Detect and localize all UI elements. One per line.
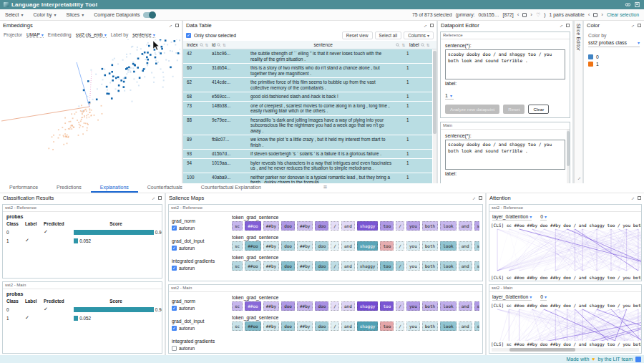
token-chip: you bbox=[406, 321, 420, 331]
clear-selection-link[interactable]: Clear selection bbox=[607, 12, 639, 17]
token-chip: both bbox=[422, 261, 438, 271]
slice-editor-collapsed-tab[interactable]: Slice Editor ↔ bbox=[574, 21, 582, 183]
autorun-checkbox[interactable]: ✓ bbox=[172, 306, 177, 311]
lit-logo-icon bbox=[4, 2, 9, 7]
labelby-select[interactable]: sentence▾ bbox=[132, 32, 155, 38]
maximize-icon[interactable] bbox=[175, 24, 179, 27]
col-label: Label bbox=[25, 299, 44, 304]
popout-icon[interactable]: ↔ bbox=[421, 22, 429, 29]
table-row[interactable]: 68e569cc...good old-fashioned slash-and-… bbox=[183, 92, 432, 102]
popout-icon[interactable]: ↔ bbox=[557, 22, 565, 29]
table-scrollbar[interactable] bbox=[433, 49, 436, 183]
reset-button[interactable]: Reset bbox=[503, 105, 525, 114]
sentence-input[interactable]: scooby dooby doo / and shaggy too / you … bbox=[445, 49, 565, 79]
table-row[interactable]: 10040aba9...neither parker nor donovan i… bbox=[183, 173, 432, 184]
embeddings-scatter[interactable] bbox=[0, 39, 182, 183]
layer-select[interactable]: layer_0/attention▾ bbox=[492, 294, 532, 301]
search-icon[interactable] bbox=[200, 43, 204, 47]
projector-select[interactable]: UMAP▾ bbox=[26, 32, 44, 38]
color-by-label: Color by bbox=[588, 33, 640, 38]
tab-counterfactuals[interactable]: Counterfactuals bbox=[138, 183, 192, 193]
color-by-select[interactable]: sst2 probas class ▾ bbox=[588, 40, 640, 47]
sentence-input[interactable]: scooby dooby doo / and shaggy too / you … bbox=[445, 140, 565, 170]
maximize-icon[interactable] bbox=[479, 196, 482, 200]
prev-pair-button[interactable]: ‹ bbox=[588, 13, 590, 17]
prev-datapoint-button[interactable]: ‹ bbox=[517, 13, 519, 17]
columns-button[interactable]: Columns▾ bbox=[404, 32, 434, 39]
compare-datapoints-toggle[interactable]: Compare Datapoints bbox=[94, 12, 155, 18]
select-all-button[interactable]: Select all bbox=[375, 32, 402, 39]
drag-handle-icon[interactable]: ≡ bbox=[323, 183, 327, 190]
table-row[interactable]: 941019aa...byler reveals his characters … bbox=[183, 159, 432, 173]
link-icon[interactable] bbox=[625, 1, 631, 8]
table-row[interactable]: 89fb8c07...we know the plot 's a little … bbox=[183, 135, 432, 150]
popout-icon[interactable]: ↔ bbox=[629, 22, 636, 29]
autorun-checkbox[interactable] bbox=[172, 346, 177, 351]
popout-icon[interactable]: ↔ bbox=[150, 195, 157, 202]
table-row[interactable]: 6031db54...this is a story of two misfit… bbox=[183, 64, 432, 78]
table-row[interactable]: 93d15b7d...if steven soderbergh 's ` sol… bbox=[183, 150, 432, 159]
favorite-icon[interactable]: ♡ bbox=[536, 12, 540, 18]
editor-scrollbar[interactable] bbox=[567, 130, 570, 183]
only-show-selected-checkbox[interactable]: ✓ bbox=[186, 33, 191, 38]
clear-button[interactable]: Clear bbox=[528, 105, 549, 114]
token-chip: sc bbox=[232, 321, 243, 331]
docs-icon[interactable] bbox=[634, 1, 640, 8]
search-icon[interactable] bbox=[421, 43, 425, 47]
search-icon[interactable] bbox=[396, 43, 400, 47]
label-select[interactable]: 1▾ bbox=[445, 93, 454, 100]
popout-icon[interactable]: ↔ bbox=[470, 195, 477, 202]
attention-section: sst2 - Referencelayer_0/attention▾0▾[CLS… bbox=[489, 204, 642, 281]
cell-id: 9e79ee... bbox=[212, 117, 250, 134]
table-row[interactable]: 73148b38...one of creepiest , scariest m… bbox=[183, 102, 432, 116]
autorun-checkbox[interactable]: ✓ bbox=[172, 226, 177, 231]
maximize-icon[interactable] bbox=[638, 196, 641, 200]
maximize-icon[interactable] bbox=[158, 196, 162, 200]
select-menu[interactable]: Select▾ bbox=[5, 12, 23, 17]
next-pair-button[interactable]: › bbox=[601, 13, 603, 17]
tab-predictions[interactable]: Predictions bbox=[47, 183, 91, 193]
analyze-new-datapoint-button[interactable]: Analyze new datapoint bbox=[445, 105, 499, 114]
column-header-sentence[interactable]: sentence bbox=[314, 42, 333, 47]
color-by-menu[interactable]: Color by▾ bbox=[33, 12, 56, 17]
embedding-select[interactable]: sst2:cls_emb▾ bbox=[76, 32, 107, 38]
tab-performance[interactable]: Performance bbox=[0, 183, 47, 193]
reset-view-button[interactable]: Reset view bbox=[342, 32, 373, 39]
table-row[interactable]: 889e79ee...fresnadillo 's dark and jolti… bbox=[183, 116, 432, 136]
autorun-checkbox[interactable]: ✓ bbox=[172, 266, 177, 271]
head-select[interactable]: 0▾ bbox=[540, 294, 547, 301]
search-icon[interactable] bbox=[217, 43, 221, 47]
classification-row: 1✓0.052 bbox=[6, 236, 158, 245]
data-table-title: Data Table bbox=[186, 22, 212, 29]
popout-icon[interactable]: ↔ bbox=[629, 195, 636, 202]
resize-icon[interactable]: ↔ bbox=[575, 175, 582, 182]
sort-icon[interactable]: ⇅ bbox=[205, 43, 209, 47]
attention-h-scrollbar[interactable] bbox=[492, 348, 639, 352]
autorun-checkbox[interactable]: ✓ bbox=[172, 246, 177, 251]
maximize-icon[interactable] bbox=[638, 24, 641, 27]
column-header-index[interactable]: index bbox=[187, 42, 198, 47]
autorun-checkbox[interactable]: ✓ bbox=[172, 326, 177, 331]
token-chip: sc bbox=[232, 241, 243, 251]
method-name: integrated gradients bbox=[172, 339, 232, 344]
token-chip: ##by bbox=[263, 261, 279, 271]
slices-menu[interactable]: Slices▾ bbox=[67, 12, 84, 17]
tab-counterfactual-explanation[interactable]: Counterfactual Explanation bbox=[192, 183, 270, 193]
score-value: 0.052 bbox=[79, 316, 91, 321]
column-header-label[interactable]: label bbox=[409, 42, 419, 47]
sort-icon[interactable]: ⇅ bbox=[223, 43, 226, 47]
class-value: 0 bbox=[6, 230, 25, 235]
column-header-id[interactable]: id bbox=[212, 42, 215, 47]
next-datapoint-button[interactable]: › bbox=[530, 13, 532, 17]
popout-icon[interactable]: ↔ bbox=[167, 22, 174, 29]
maximize-icon[interactable] bbox=[566, 24, 570, 27]
head-select[interactable]: 0▾ bbox=[540, 214, 547, 221]
toggle-on-icon[interactable] bbox=[143, 12, 155, 18]
maximize-icon[interactable] bbox=[430, 24, 434, 27]
tab-explanations[interactable]: Explanations bbox=[91, 183, 138, 193]
layer-select[interactable]: layer_0/attention▾ bbox=[492, 214, 532, 221]
cell-id: 414cde... bbox=[212, 79, 250, 90]
table-row[interactable]: 42a1bc96...the subtle strength of `` ell… bbox=[183, 49, 432, 64]
sort-icon[interactable]: ⇅ bbox=[426, 43, 430, 47]
table-row[interactable]: 62414cde...the primitive force of this f… bbox=[183, 78, 432, 92]
